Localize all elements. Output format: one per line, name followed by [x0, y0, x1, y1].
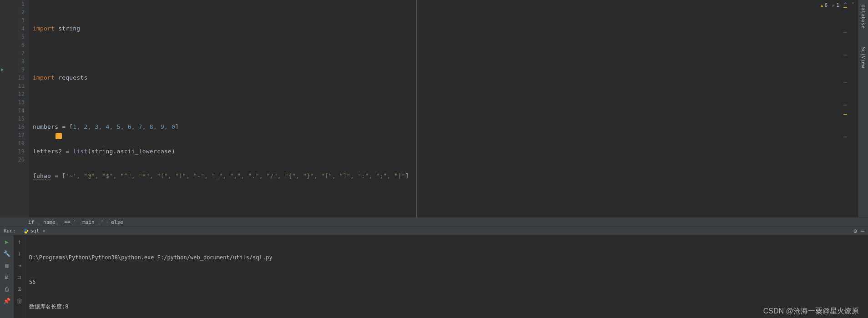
soft-wrap-icon[interactable]: ⇉ [16, 273, 23, 281]
line-number: 15 [6, 115, 25, 123]
assignment: numbers = [ [33, 123, 73, 130]
module: requests [58, 74, 87, 81]
crumb-sep-icon: › [106, 219, 109, 225]
python-icon [23, 228, 29, 234]
line-number: 12 [6, 90, 25, 98]
console-output[interactable]: D:\Programs\Python\Python38\python.exe E… [25, 235, 868, 318]
line-number: 10 [6, 74, 25, 82]
run-tab[interactable]: sql × [20, 227, 49, 235]
filter-icon[interactable]: ⊞ [16, 285, 23, 293]
kw-import: import [33, 74, 55, 81]
number-list: 1, 2, 3, 4, 5, 6, 7, 8, 9, 0 [73, 123, 175, 130]
line-number: 5 [6, 33, 25, 41]
line-number: 1 [6, 0, 25, 8]
wrench-icon[interactable]: 🔧 [3, 250, 10, 257]
nav-down-icon[interactable]: ˅ [852, 2, 854, 8]
print-icon[interactable]: ⎙ [3, 285, 10, 293]
line-number: 4 [6, 25, 25, 33]
run-gutter: ▶ [0, 0, 6, 217]
module: string [58, 25, 80, 32]
right-toolbar: Database SciView [858, 0, 868, 217]
line-number: 14 [6, 106, 25, 115]
line-number: 6 [6, 41, 25, 49]
line-number: 9 [6, 66, 25, 74]
builtin: list [73, 148, 87, 155]
ok-count[interactable]: 1 [832, 2, 839, 8]
watermark: CSDN @沧海一粟@星火燎原 [763, 307, 859, 316]
trash-icon[interactable]: 🗑 [16, 297, 23, 304]
line-number: 19 [6, 147, 25, 156]
rerun-icon[interactable]: ▶ [3, 238, 10, 245]
console-line: 数据库名长度:8 [29, 303, 864, 311]
run-tools: ▶ 🔧 ■ ⊟ ⎙ 📌 [0, 235, 14, 318]
breadcrumb[interactable]: if __name__ == '__main__'›else [0, 217, 868, 227]
line-number: 8 [6, 57, 25, 66]
run-header: Run: sql × ⚙ — [0, 227, 868, 235]
line-number: 13 [6, 98, 25, 106]
assignment: letters2 = [33, 148, 73, 155]
scroll-up-icon[interactable]: ↑ [16, 238, 23, 245]
crumb-main[interactable]: if __name__ == '__main__' [28, 219, 104, 225]
line-gutter: 1 2 3 4 5 6 7 8 9 10 11 12 13 14 15 16 1… [6, 0, 29, 217]
run-panel: Run: sql × ⚙ — ▶ 🔧 ■ ⊟ ⎙ 📌 ↑ [0, 227, 868, 318]
run-tab-label: sql [30, 228, 40, 234]
nav-up-icon[interactable]: ^ [844, 2, 847, 8]
lightbulb-icon[interactable] [56, 133, 62, 139]
line-number: 16 [6, 123, 25, 131]
blank-line [29, 98, 858, 106]
console-tools: ↑ ↓ ⇥ ⇉ ⊞ 🗑 [14, 235, 25, 318]
editor-area: ▶ 1 2 3 4 5 6 7 8 9 10 11 12 13 14 15 16… [0, 0, 868, 217]
var-name: fuhao [33, 172, 51, 179]
blank-line [29, 49, 858, 57]
blank-line [29, 197, 858, 205]
close-icon[interactable]: × [42, 228, 45, 234]
minimize-icon[interactable]: — [861, 227, 864, 234]
inspection-indicators[interactable]: 6 1 ^ ˅ [821, 2, 854, 8]
line-number: 11 [6, 82, 25, 90]
wrap-icon[interactable]: ⇥ [16, 262, 23, 269]
line-number: 20 [6, 156, 25, 164]
stop-icon[interactable]: ■ [3, 262, 10, 269]
kw-import: import [33, 25, 55, 32]
string-list: '~', "@", "$", "^", "*", "(", ")", "-", … [66, 172, 405, 179]
console-line: D:\Programs\Python\Python38\python.exe E… [29, 253, 864, 262]
line-number: 2 [6, 8, 25, 16]
database-tab[interactable]: Database [860, 5, 866, 29]
console-line: 55 [29, 278, 864, 286]
code-editor[interactable]: import string import requests numbers = … [29, 0, 858, 217]
error-stripe[interactable] [843, 0, 847, 217]
crumb-else[interactable]: else [111, 219, 123, 225]
layout-icon[interactable]: ⊟ [3, 273, 10, 281]
warning-count[interactable]: 6 [821, 2, 828, 8]
run-line-icon[interactable]: ▶ [1, 67, 4, 72]
line-number: 7 [6, 49, 25, 57]
pin-icon[interactable]: 📌 [3, 297, 10, 304]
line-number: 18 [6, 139, 25, 147]
run-label: Run: [4, 228, 16, 234]
sciview-tab[interactable]: SciView [860, 47, 866, 68]
scroll-down-icon[interactable]: ↓ [16, 250, 23, 257]
margin-line [416, 0, 417, 217]
line-number: 3 [6, 16, 25, 25]
line-number: 17 [6, 131, 25, 139]
gear-icon[interactable]: ⚙ [853, 227, 857, 234]
